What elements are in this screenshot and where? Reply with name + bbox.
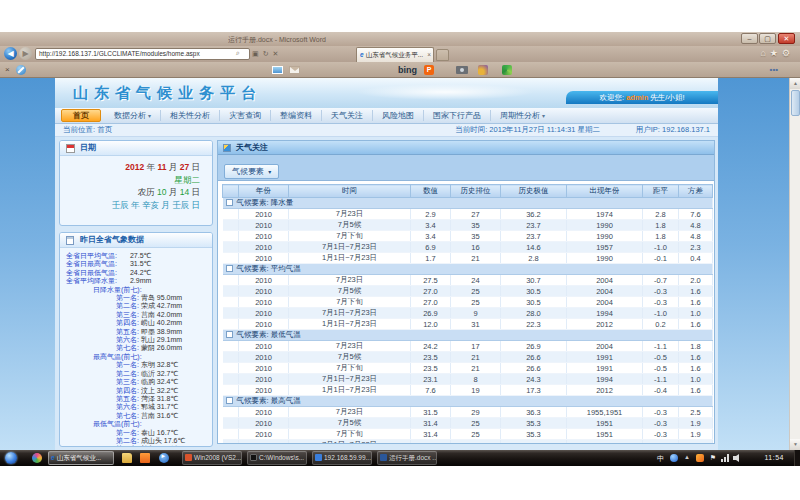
blocked-circle-icon[interactable] [16,65,26,75]
table-row[interactable]: 20107月1日~7月23日6.91614.61957-1.02.3 [223,242,713,253]
taskbar-ie-button[interactable]: e山东省气候业... [48,451,114,465]
table-cell: 6.9 [411,242,451,253]
taskbar-button-1[interactable]: C:\Windows\s... [247,451,307,465]
scrollbar-thumb[interactable] [791,90,800,116]
table-row[interactable]: 20107月5候3.43523.719901.84.8 [223,220,713,231]
forward-button[interactable]: ▶ [19,47,32,60]
vertical-scrollbar[interactable]: ▲ ▼ [789,78,800,450]
volume-icon[interactable] [733,454,742,463]
table-row[interactable]: 20107月5候31.42535.31951-0.31.9 [223,418,713,429]
nav-item-1[interactable]: 数据分析▾ [105,110,161,121]
taskbar-button-label: C:\Windows\s... [259,454,304,461]
table-row[interactable]: 20107月5候27.02530.52004-0.31.6 [223,286,713,297]
table-row[interactable]: 20101月1日~7月23日7.61917.32012-0.41.6 [223,385,713,396]
orange-app-taskbar-icon[interactable] [140,453,150,463]
scroll-down-icon[interactable]: ▼ [790,439,800,450]
antivirus-icon[interactable] [670,454,678,462]
current-time: 当前时间: 2012年11月27日 11:14:31 星期二 [455,124,600,136]
table-row[interactable]: 20107月下旬23.52126.61991-0.51.6 [223,363,713,374]
taskbar-button-0[interactable]: Win2008 (VS2... [182,451,242,465]
show-desktop-button[interactable] [794,450,800,466]
table-row[interactable]: 20101月1日~7月23日12.03122.320120.21.6 [223,319,713,330]
group-checkbox[interactable] [226,331,233,338]
search-icon[interactable]: ⌕ [236,49,240,57]
media-player-icon[interactable] [159,453,169,463]
row-select-cell [223,242,239,253]
nav-item-6[interactable]: 风险地图 [373,110,424,121]
refresh-icon[interactable]: ↻ [263,50,273,57]
group-checkbox[interactable] [226,265,233,272]
home-icon[interactable]: ⌂ [760,48,769,58]
tools-gear-icon[interactable]: ⚙ [782,48,794,58]
pinwheel-icon[interactable] [32,453,42,463]
table-row[interactable]: 20107月23日2.92736.219742.87.6 [223,209,713,220]
table-cell: 2010 [239,440,289,445]
table-cell: -0.3 [643,286,679,297]
table-row[interactable]: 20107月下旬3.43523.719901.84.8 [223,231,713,242]
picture-icon[interactable] [272,66,283,74]
table-cell: 1951 [567,429,643,440]
browser-tab[interactable]: e山东省气候业务平... × [356,47,434,62]
table-row[interactable]: 20107月下旬27.02530.52004-0.31.6 [223,297,713,308]
table-row[interactable]: 20107月1日~7月23日26.9928.01994-1.01.0 [223,308,713,319]
orange-app-icon[interactable]: P [424,65,434,75]
network-icon[interactable] [721,454,730,463]
ime-indicator[interactable]: 中 [657,454,664,464]
explorer-folder-icon[interactable] [122,453,132,463]
group-checkbox[interactable] [226,397,233,404]
climate-element-button[interactable]: 气候要素 ▾ [224,164,279,179]
maximize-button[interactable]: ▢ [759,33,776,44]
nav-item-4[interactable]: 整编资料 [271,110,322,121]
camera-icon[interactable] [456,66,468,74]
favorites-star-icon[interactable]: ★ [770,48,782,58]
table-cell: 2010 [239,352,289,363]
fox-icon[interactable] [696,454,704,462]
more-options-icon[interactable]: ••• [770,65,778,74]
nav-item-3[interactable]: 灾害查询 [220,110,271,121]
start-button[interactable] [5,452,17,464]
tray-expand-icon[interactable]: ▲ [684,454,690,460]
close-toolbar-icon[interactable]: × [5,65,10,74]
table-cell: 2010 [239,407,289,418]
tab-close-icon[interactable]: × [427,48,431,61]
table-cell: 1.0 [679,374,713,385]
table-row[interactable]: 20107月23日24.21726.92004-1.11.8 [223,341,713,352]
rank-value: 莒南 31.6℃ [139,412,178,419]
address-bar[interactable]: http://192.168.137.1/GLCCLIMATE/modules/… [35,48,250,60]
action-center-flag-icon[interactable]: ⚑ [710,454,716,462]
nav-item-7[interactable]: 国家下行产品 [424,110,491,121]
nav-item-8[interactable]: 周期性分析▾ [491,110,554,121]
weather-summary-line: 全省日最高气温: 31.5℃ [66,260,210,268]
table-row[interactable]: 20107月1日~7月23日23.1824.31994-1.11.0 [223,374,713,385]
table-row[interactable]: 20101月1日~7月23日1.7212.81990-0.10.4 [223,253,713,264]
window-titlebar[interactable]: 运行手册.docx - Microsoft Word – ▢ ✕ [0,32,800,46]
green-widget-icon[interactable] [502,65,512,75]
table-row[interactable]: 20107月23日31.52936.31955,1951-0.32.5 [223,407,713,418]
rank-value: 泰山 16.7℃ [139,429,178,436]
new-tab-button[interactable] [436,49,449,61]
compatibility-view-icon[interactable]: ▣ [252,50,263,57]
table-row[interactable]: 20107月5候23.52126.61991-0.51.6 [223,352,713,363]
weather-panel-title: 昨日全省气象数据 [80,235,144,244]
nav-item-0[interactable]: 首页 [61,109,101,122]
row-select-cell [223,275,239,286]
table-row[interactable]: 20107月1日~7月23日31.5933.01997-1.01.1 [223,440,713,445]
taskbar-button-3[interactable]: 运行手册.docx ... [377,451,437,465]
stop-icon[interactable]: ✕ [273,50,283,57]
browser-corner-icons: ⌂★⚙ [760,48,794,58]
scroll-up-icon[interactable]: ▲ [790,78,800,89]
taskbar-button-2[interactable]: 192.168.59.99... [312,451,372,465]
table-row[interactable]: 20107月23日27.52430.72004-0.72.0 [223,275,713,286]
share-icon[interactable] [478,65,488,75]
minimize-button[interactable]: – [741,33,758,44]
bing-logo[interactable]: bing [398,65,417,75]
group-checkbox[interactable] [226,199,233,206]
table-row[interactable]: 20107月下旬31.42535.31951-0.31.9 [223,429,713,440]
nav-item-5[interactable]: 天气关注 [322,110,373,121]
close-button[interactable]: ✕ [778,33,795,44]
nav-item-2[interactable]: 相关性分析 [161,110,220,121]
back-button[interactable]: ◀ [4,47,17,60]
clock[interactable]: 11:54 [765,454,785,461]
table-cell: 7月23日 [289,407,411,418]
mail-icon[interactable] [289,66,300,74]
